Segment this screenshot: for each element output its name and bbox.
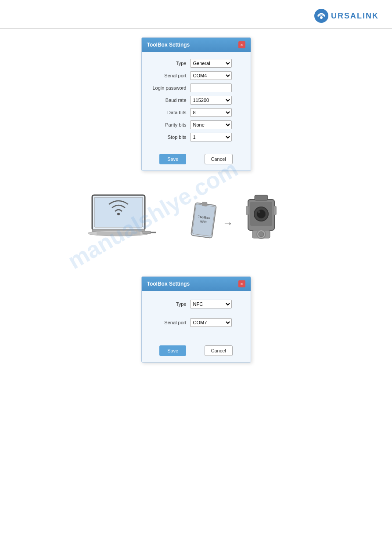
diagram-section: manualshlye.com <box>13 184 379 272</box>
nfc-type-row: Type NFC General <box>151 300 242 308</box>
type-row: Type General NFC <box>151 59 242 68</box>
svg-point-22 <box>259 232 264 237</box>
header: URSALINK <box>0 0 392 29</box>
logo-text: URSALINK <box>331 11 379 21</box>
dialog2-close-button[interactable]: × <box>238 280 245 287</box>
arrow-icon: → <box>223 217 233 229</box>
data-bits-row: Data bits 8 7 6 5 <box>151 108 242 117</box>
stop-bits-select[interactable]: 1 2 <box>190 133 232 141</box>
dialog2-cancel-button[interactable]: Cancel <box>205 345 233 356</box>
svg-point-19 <box>258 210 260 213</box>
dialog2-title: ToolBox Settings <box>147 281 190 287</box>
dialog1-save-button[interactable]: Save <box>159 154 186 164</box>
serial-port-select[interactable]: COM4 COM1 COM2 COM3 COM7 <box>190 71 232 80</box>
sensor-illustration <box>237 193 285 251</box>
svg-rect-7 <box>97 232 140 236</box>
data-bits-select[interactable]: 8 7 6 5 <box>190 108 232 117</box>
page-content: ToolBox Settings × Type General NFC Seri… <box>0 29 392 380</box>
svg-rect-25 <box>274 206 277 215</box>
serial-port-select-nfc[interactable]: COM7 COM1 COM2 COM3 COM4 <box>190 318 232 327</box>
data-bits-label: Data bits <box>151 110 190 115</box>
baud-rate-select[interactable]: 115200 9600 19200 38400 57600 <box>190 96 232 105</box>
nfc-serial-port-row: Serial port COM7 COM1 COM2 COM3 COM4 <box>151 318 242 327</box>
parity-bits-label: Parity bits <box>151 122 190 127</box>
laptop-illustration <box>86 193 156 251</box>
login-password-input[interactable] <box>190 83 232 92</box>
dialog1-close-button[interactable]: × <box>238 41 245 48</box>
svg-point-1 <box>320 16 323 19</box>
parity-bits-select[interactable]: None Even Odd <box>190 120 232 129</box>
dialog2: ToolBox Settings × Type NFC General Seri… <box>141 276 251 363</box>
dialog2-header: ToolBox Settings × <box>142 277 251 291</box>
dialog2-wrapper: ToolBox Settings × Type NFC General Seri… <box>13 276 379 363</box>
stop-bits-label: Stop bits <box>151 134 190 140</box>
svg-rect-8 <box>143 231 151 234</box>
dialog1-wrapper: ToolBox Settings × Type General NFC Seri… <box>13 37 379 171</box>
dialog1-title: ToolBox Settings <box>147 42 190 48</box>
baud-rate-row: Baud rate 115200 9600 19200 38400 57600 <box>151 96 242 105</box>
dialog2-body: Type NFC General Serial port COM7 COM1 C… <box>142 291 251 342</box>
type-select-nfc[interactable]: NFC General <box>190 300 232 308</box>
svg-rect-23 <box>255 195 268 200</box>
dialog1: ToolBox Settings × Type General NFC Seri… <box>141 37 251 171</box>
logo-icon <box>313 8 329 24</box>
svg-rect-24 <box>246 206 248 215</box>
svg-rect-3 <box>94 197 143 227</box>
login-password-label: Login password <box>151 85 190 91</box>
svg-point-4 <box>117 213 120 215</box>
svg-rect-14 <box>201 202 207 207</box>
serial-port-row: Serial port COM4 COM1 COM2 COM3 COM7 <box>151 71 242 80</box>
login-password-row: Login password <box>151 83 242 92</box>
logo: URSALINK <box>313 8 379 24</box>
stop-bits-row: Stop bits 1 2 <box>151 133 242 141</box>
type-select[interactable]: General NFC <box>190 59 232 68</box>
type-label: Type <box>151 61 190 66</box>
nfc-type-label: Type <box>151 301 190 307</box>
dialog1-header: ToolBox Settings × <box>142 38 251 52</box>
dialog2-footer: Save Cancel <box>142 342 251 362</box>
parity-bits-row: Parity bits None Even Odd <box>151 120 242 129</box>
baud-rate-label: Baud rate <box>151 98 190 103</box>
dialog1-body: Type General NFC Serial port COM4 COM1 C… <box>142 52 251 150</box>
dialog2-save-button[interactable]: Save <box>159 345 186 356</box>
dialog1-cancel-button[interactable]: Cancel <box>205 154 233 164</box>
nfc-serial-port-label: Serial port <box>151 320 190 325</box>
serial-port-label: Serial port <box>151 73 190 78</box>
svg-point-0 <box>314 9 328 23</box>
nfc-device-illustration: ToolBox NFC <box>189 202 222 251</box>
dialog1-footer: Save Cancel <box>142 150 251 170</box>
